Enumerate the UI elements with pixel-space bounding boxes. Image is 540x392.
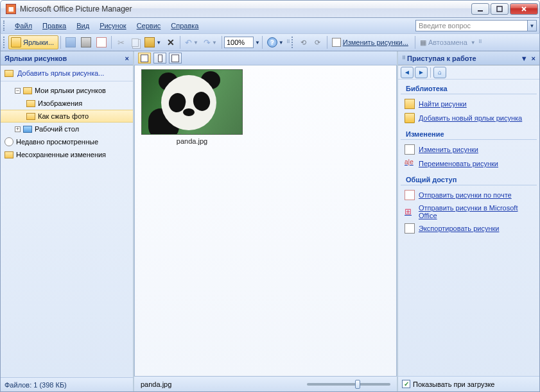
tree-my-shortcuts[interactable]: −Мои ярлыки рисунков	[1, 84, 133, 97]
nav-forward-button[interactable]: ►	[415, 67, 428, 78]
print-icon	[81, 37, 91, 47]
folder-icon	[11, 37, 21, 47]
view-toolbar	[134, 51, 397, 65]
window-title: Microsoft Office Picture Manager	[20, 4, 471, 13]
title-bar: ▦ Microsoft Office Picture Manager	[0, 0, 540, 18]
folder-icon	[4, 70, 13, 77]
link-rename-pictures[interactable]: a|eПереименовать рисунки	[398, 157, 539, 171]
menu-bar: Файл Правка Вид Рисунок Сервис Справка В…	[0, 18, 540, 33]
zoom-dropdown-icon[interactable]: ▼	[255, 40, 260, 46]
menu-picture[interactable]: Рисунок	[94, 20, 132, 31]
task-pane: ⠿ Приступая к работе ▼× ◄ ► ⌂ Библиотека…	[397, 51, 539, 391]
menu-view[interactable]: Вид	[71, 20, 94, 31]
main-statusbar: panda.jpg	[134, 376, 397, 391]
tree-recent[interactable]: Недавно просмотренные	[1, 135, 133, 148]
delete-icon: ✕	[167, 37, 175, 47]
folder-icon	[405, 113, 415, 123]
picture-canvas[interactable]: panda.jpg	[134, 65, 397, 376]
clock-icon	[4, 137, 13, 146]
link-send-office[interactable]: ⊞Отправить рисунки в Microsoft Office	[398, 202, 539, 221]
copy-button[interactable]	[128, 35, 142, 49]
maximize-button[interactable]	[491, 3, 509, 15]
taskpane-nav: ◄ ► ⌂	[398, 65, 539, 80]
mail-button[interactable]	[94, 35, 109, 49]
nav-back-button[interactable]: ◄	[401, 67, 414, 78]
slider-thumb[interactable]	[355, 380, 360, 389]
grip-icon: ⠿	[402, 57, 405, 60]
thumbnail-view-button[interactable]	[138, 53, 151, 64]
redo-button[interactable]: ↷▼	[201, 35, 220, 49]
svg-rect-1	[497, 6, 502, 12]
cut-button[interactable]: ✂	[114, 35, 128, 49]
delete-button[interactable]: ✕	[164, 35, 178, 49]
copy-icon	[132, 38, 139, 47]
autofix-button[interactable]: ▦Автозамена▼	[417, 35, 478, 49]
desktop-icon	[23, 126, 32, 133]
menu-file[interactable]: Файл	[10, 20, 37, 31]
zoom-slider[interactable]	[307, 383, 390, 386]
help-search-input[interactable]: Введите вопрос	[415, 20, 528, 31]
single-icon	[171, 55, 179, 62]
taskpane-title: Приступая к работе	[407, 55, 476, 62]
tree-howto[interactable]: Как сжать фото	[1, 110, 133, 123]
toolbar: Ярлыки... ✂ ▼ ✕ ↶▼ ↷▼ 100%▼ ?▼ ⠿ ⟲ ⟳ Изм…	[0, 33, 540, 51]
thumbnail-icon	[141, 55, 148, 62]
filmstrip-icon	[158, 55, 162, 62]
close-icon[interactable]: ×	[532, 55, 536, 62]
thumbnail-item[interactable]: panda.jpg	[141, 69, 243, 145]
collapse-icon[interactable]: −	[15, 88, 21, 94]
grip-icon	[3, 37, 7, 48]
folder-icon	[26, 100, 35, 107]
zoom-input[interactable]: 100%	[224, 37, 254, 48]
edit-pictures-button[interactable]: Изменить рисунки...	[329, 35, 413, 49]
redo-icon: ↷	[204, 38, 211, 47]
thumbnail-label: panda.jpg	[141, 135, 243, 145]
help-button[interactable]: ?▼	[265, 35, 286, 49]
filmstrip-view-button[interactable]	[153, 53, 166, 64]
grip-icon: ⠿	[478, 41, 482, 44]
section-share: Общий доступ	[401, 172, 537, 185]
link-edit-pictures[interactable]: Изменить рисунки	[398, 142, 539, 157]
taskpane-header: ⠿ Приступая к работе ▼×	[398, 51, 539, 65]
rename-icon: a|e	[405, 158, 415, 169]
tree-desktop[interactable]: +Рабочий стол	[1, 123, 133, 135]
show-on-load-checkbox[interactable]: ✓	[402, 380, 410, 388]
svg-rect-0	[478, 10, 483, 12]
close-icon[interactable]: ×	[125, 55, 129, 62]
main-area: panda.jpg panda.jpg	[134, 51, 397, 391]
menu-edit[interactable]: Правка	[37, 20, 71, 31]
paste-icon	[144, 37, 155, 47]
print-button[interactable]	[78, 35, 94, 49]
help-dropdown-icon[interactable]: ▼	[528, 20, 537, 31]
link-export[interactable]: Экспортировать рисунки	[398, 221, 539, 235]
menu-tools[interactable]: Сервис	[132, 20, 166, 31]
rotate-right-button[interactable]: ⟳	[311, 35, 325, 49]
sidebar-header: Ярлыки рисунков ×	[1, 51, 133, 65]
dropdown-icon[interactable]: ▼	[521, 55, 528, 62]
folder-icon	[4, 151, 13, 158]
rotate-left-button[interactable]: ⟲	[297, 35, 311, 49]
grip-icon: ⠿	[286, 41, 290, 44]
rotate-left-icon: ⟲	[300, 38, 306, 47]
nav-home-button[interactable]: ⌂	[433, 67, 446, 78]
menu-help[interactable]: Справка	[166, 20, 204, 31]
shortcuts-button[interactable]: Ярлыки...	[8, 35, 58, 49]
save-button[interactable]	[63, 35, 78, 49]
paste-button[interactable]: ▼	[142, 35, 164, 49]
sidebar-status: Файлов: 1 (398 КБ)	[1, 377, 133, 391]
tree-unsaved[interactable]: Несохраненные изменения	[1, 148, 133, 161]
show-on-load-label: Показывать при загрузке	[413, 380, 494, 388]
folder-icon	[26, 113, 35, 120]
minimize-button[interactable]	[471, 3, 489, 15]
rotate-right-icon: ⟳	[315, 38, 320, 47]
add-shortcut-link[interactable]: Добавить ярлык рисунка...	[1, 65, 133, 81]
link-send-mail[interactable]: Отправить рисунки по почте	[398, 188, 539, 202]
expand-icon[interactable]: +	[15, 126, 21, 132]
link-find-pictures[interactable]: Найти рисунки	[398, 97, 539, 111]
tree-images[interactable]: Изображения	[1, 97, 133, 110]
link-add-shortcut[interactable]: Добавить новый ярлык рисунка	[398, 111, 539, 125]
close-button[interactable]	[510, 3, 538, 15]
app-icon: ▦	[6, 4, 16, 14]
undo-button[interactable]: ↶▼	[182, 35, 201, 49]
single-view-button[interactable]	[169, 53, 182, 64]
